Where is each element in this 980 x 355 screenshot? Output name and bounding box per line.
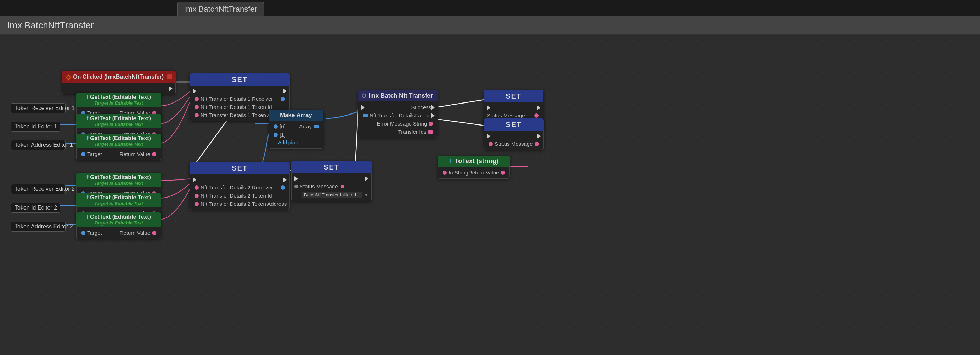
- event-title: On Clicked (ImxBatchNftTransfer): [73, 74, 164, 80]
- set-node-5: SET Status Message: [484, 118, 544, 150]
- set-node-2: SET Nft Transfer Details 2 Receiver Nft …: [189, 162, 290, 210]
- gettext-node-6: f GetText (Editable Text) Target is Edit…: [76, 213, 161, 239]
- imx-batch-node: ⏱ Imx Batch Nft Transfer Success Nft Tra…: [358, 90, 438, 138]
- input-token-address-2[interactable]: Token Address Editor 2: [11, 222, 65, 232]
- set-node-3: SET Status Message BatchNftTransfer Init…: [291, 161, 372, 201]
- active-tab[interactable]: Imx BatchNftTransfer: [177, 2, 264, 16]
- input-token-receiver-2[interactable]: Token Receiver Editor 2: [11, 184, 65, 194]
- make-array-node: Make Array [0] Array [1] Add pin +: [269, 110, 323, 149]
- input-token-id-2[interactable]: Token Id Editor 2: [11, 203, 60, 213]
- tab-bar: Imx BatchNftTransfer: [0, 0, 980, 16]
- event-node-on-clicked: ◇ On Clicked (ImxBatchNftTransfer): [62, 70, 176, 94]
- input-token-id-1[interactable]: Token Id Editor 1: [11, 122, 60, 131]
- exec-out-pin: [169, 86, 173, 91]
- input-token-receiver-1[interactable]: Token Receiver Editor 1: [11, 103, 65, 113]
- gettext-node-3: f GetText (Editable Text) Target is Edit…: [76, 134, 161, 160]
- blueprint-header: Imx BatchNftTransfer: [0, 16, 980, 35]
- canvas[interactable]: Token Receiver Editor 1 Token Id Editor …: [0, 35, 980, 355]
- input-token-address-1[interactable]: Token Address Editor 1: [11, 140, 65, 150]
- totext-node: f ToText (string) In String Return Value: [438, 156, 510, 179]
